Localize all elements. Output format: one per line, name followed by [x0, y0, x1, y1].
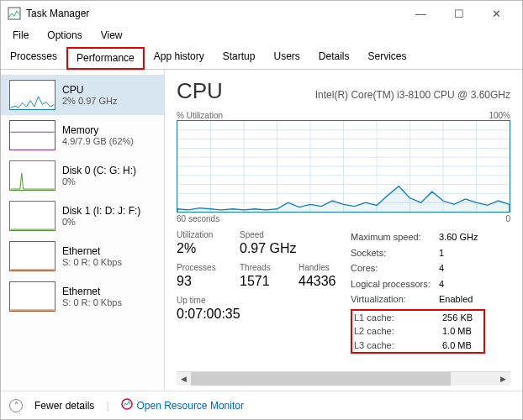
titlebar: Task Manager — ☐ ✕ — [1, 1, 522, 26]
ethernet-thumb — [9, 241, 55, 271]
tab-processes[interactable]: Processes — [1, 46, 66, 69]
menubar: File Options View — [1, 26, 522, 45]
stat-label: Threads — [240, 263, 298, 272]
kv-key: Logical processors: — [351, 277, 439, 291]
menu-view[interactable]: View — [92, 28, 131, 43]
kv-val: 4 — [439, 277, 444, 291]
kv-val: 6.0 MB — [442, 339, 472, 353]
maximize-button[interactable]: ☐ — [440, 1, 478, 26]
sidebar-item-ethernet0[interactable]: Ethernet S: 0 R: 0 Kbps — [1, 236, 164, 276]
sidebar-item-label: Ethernet — [62, 245, 122, 257]
chart-label-bl: 60 seconds — [177, 214, 219, 223]
kv-val: Enabled — [439, 292, 473, 307]
cache-highlight: L1 cache:256 KB L2 cache:1.0 MB L3 cache… — [351, 309, 485, 354]
sidebar-item-label: Disk 0 (C: G: H:) — [62, 165, 136, 176]
sidebar-item-sub: 4.9/7.9 GB (62%) — [62, 136, 134, 146]
handles-value: 44336 — [298, 274, 351, 289]
kv-key: Virtualization: — [351, 292, 439, 307]
stat-label: Speed — [240, 230, 298, 239]
sidebar-item-sub: 0% — [62, 176, 136, 186]
kv-key: L1 cache: — [354, 311, 442, 325]
tab-app-history[interactable]: App history — [145, 46, 214, 69]
uptime-value: 0:07:00:35 — [177, 307, 240, 322]
tab-services[interactable]: Services — [359, 46, 416, 69]
sidebar-item-sub: 0% — [62, 217, 140, 227]
utilization-value: 2% — [177, 241, 240, 256]
kv-key: Maximum speed: — [351, 230, 439, 244]
processes-value: 93 — [177, 274, 240, 289]
utilization-chart[interactable] — [177, 120, 510, 213]
tab-details[interactable]: Details — [309, 46, 359, 69]
sidebar-item-label: CPU — [62, 84, 117, 96]
stat-label: Handles — [298, 263, 351, 272]
window-title: Task Manager — [26, 8, 402, 19]
sidebar-item-sub: S: 0 R: 0 Kbps — [62, 297, 122, 307]
kv-val: 256 KB — [442, 311, 473, 325]
cpu-model: Intel(R) Core(TM) i3-8100 CPU @ 3.60GHz — [315, 89, 510, 101]
footer: ˄ Fewer details | Open Resource Monitor — [1, 391, 522, 419]
kv-val: 1 — [439, 246, 444, 260]
tab-users[interactable]: Users — [264, 46, 309, 69]
ethernet-thumb — [9, 281, 55, 312]
tab-bar: Processes Performance App history Startu… — [1, 46, 522, 70]
kv-key: Sockets: — [351, 246, 439, 260]
kv-key: L2 cache: — [354, 324, 442, 339]
chevron-up-icon[interactable]: ˄ — [9, 399, 23, 412]
sidebar-item-ethernet1[interactable]: Ethernet S: 0 R: 0 Kbps — [1, 276, 164, 317]
body: CPU 2% 0.97 GHz Memory 4.9/7.9 GB (62%) … — [1, 70, 522, 391]
disk-thumb — [9, 201, 55, 231]
open-resource-monitor-link[interactable]: Open Resource Monitor — [121, 398, 244, 412]
horizontal-scrollbar[interactable]: ◀ ▶ — [177, 371, 510, 386]
tab-startup[interactable]: Startup — [214, 46, 265, 69]
sidebar-item-disk0[interactable]: Disk 0 (C: G: H:) 0% — [1, 155, 164, 196]
sidebar-item-sub: 2% 0.97 GHz — [62, 96, 117, 106]
menu-file[interactable]: File — [4, 28, 37, 43]
sidebar: CPU 2% 0.97 GHz Memory 4.9/7.9 GB (62%) … — [1, 70, 165, 391]
sidebar-item-cpu[interactable]: CPU 2% 0.97 GHz — [1, 75, 164, 115]
speed-value: 0.97 GHz — [240, 241, 298, 256]
sidebar-item-label: Ethernet — [62, 286, 122, 297]
tab-performance[interactable]: Performance — [66, 47, 145, 70]
cpu-thumb — [9, 80, 55, 110]
stat-label: Utilization — [177, 230, 240, 239]
minimize-button[interactable]: — — [402, 1, 440, 26]
sidebar-item-label: Memory — [62, 124, 134, 136]
kv-val: 4 — [439, 261, 444, 276]
stat-label: Up time — [177, 296, 240, 305]
sidebar-item-disk1[interactable]: Disk 1 (I: D: J: F:) 0% — [1, 196, 164, 236]
app-icon — [8, 7, 21, 20]
sidebar-item-label: Disk 1 (I: D: J: F:) — [62, 205, 140, 217]
scroll-right-icon[interactable]: ▶ — [496, 372, 510, 386]
fewer-details-button[interactable]: Fewer details — [34, 400, 94, 412]
chart-label-tl: % Utilization — [177, 111, 223, 120]
kv-val: 3.60 GHz — [439, 230, 478, 244]
scroll-left-icon[interactable]: ◀ — [177, 372, 191, 386]
window-buttons: — ☐ ✕ — [402, 1, 515, 26]
stat-label — [298, 230, 351, 239]
main-panel: CPU Intel(R) Core(TM) i3-8100 CPU @ 3.60… — [165, 70, 522, 391]
stats-grid: Utilization 2% Processes 93 Up time 0:07… — [177, 230, 510, 354]
chart-label-br: 0 — [505, 214, 510, 223]
chart-label-tr: 100% — [489, 111, 510, 120]
sidebar-item-sub: S: 0 R: 0 Kbps — [62, 257, 122, 267]
scroll-track[interactable] — [191, 372, 496, 386]
disk-thumb — [9, 160, 55, 191]
resmon-icon — [121, 398, 133, 412]
kv-val: 1.0 MB — [442, 324, 472, 339]
scroll-thumb[interactable] — [191, 372, 451, 386]
memory-thumb — [9, 120, 55, 150]
stat-label: Processes — [177, 263, 240, 272]
threads-value: 1571 — [240, 274, 298, 289]
page-title: CPU — [177, 78, 223, 104]
close-button[interactable]: ✕ — [478, 1, 515, 26]
kv-key: Cores: — [351, 261, 439, 276]
menu-options[interactable]: Options — [39, 28, 90, 43]
kv-key: L3 cache: — [354, 339, 442, 353]
sidebar-item-memory[interactable]: Memory 4.9/7.9 GB (62%) — [1, 115, 164, 155]
